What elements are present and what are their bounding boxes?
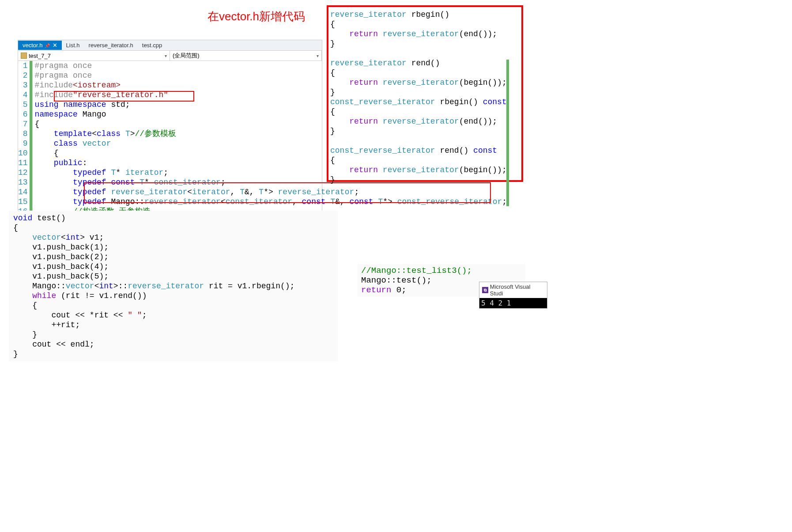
- tab-vector-h[interactable]: vector.h📌✕: [18, 41, 62, 50]
- code-line: reverse_iterator rbegin(): [330, 10, 520, 19]
- chevron-down-icon: ▾: [165, 53, 167, 58]
- line-number: 6: [18, 109, 28, 119]
- code-line: [330, 49, 520, 58]
- code-line: reverse_iterator rend(): [330, 58, 520, 68]
- scope-dropdown[interactable]: test_7_7 ▾: [18, 51, 170, 60]
- code-line: while (rit != v1.rend()): [13, 291, 333, 301]
- line-number: 10: [18, 148, 28, 158]
- line-number: 1: [18, 61, 28, 71]
- tab-reverse-iterator-h[interactable]: reverse_iterator.h: [84, 41, 138, 50]
- line-number: 14: [18, 187, 28, 197]
- code-line: const_reverse_iterator rend() const: [330, 146, 520, 155]
- console-output: 5 4 2 1: [479, 298, 547, 308]
- code-line: ++rit;: [13, 320, 333, 330]
- code-line: }: [330, 175, 520, 185]
- annotation-text: 在vector.h新增代码: [207, 9, 305, 24]
- code-line: {: [330, 68, 520, 78]
- pin-icon: 📌: [45, 43, 50, 48]
- code-line: {: [13, 223, 333, 233]
- project-icon: [21, 53, 27, 59]
- code-line: cout << *rit << " ";: [13, 310, 333, 320]
- code-line: {: [330, 107, 520, 117]
- vs-titlebar: ⧉ Microsoft Visual Studi: [479, 282, 547, 298]
- close-icon[interactable]: ✕: [53, 42, 57, 49]
- tab-bar: vector.h📌✕ List.h reverse_iterator.h tes…: [18, 40, 322, 51]
- line-number: 3: [18, 80, 28, 90]
- code-line: return reverse_iterator(end());: [330, 117, 520, 126]
- code-line: }: [330, 87, 520, 97]
- code-line: [330, 136, 520, 146]
- code-line: v1.push_back(4);: [13, 262, 333, 272]
- line-number: 9: [18, 139, 28, 148]
- code-line: }: [13, 330, 333, 340]
- code-line: return reverse_iterator(begin());: [330, 78, 520, 87]
- line-number: 5: [18, 100, 28, 109]
- code-line: }: [13, 349, 333, 359]
- line-number: 8: [18, 129, 28, 139]
- code-line: v1.push_back(1);: [13, 242, 333, 252]
- line-number: 7: [18, 119, 28, 129]
- line-number: 15: [18, 197, 28, 207]
- change-indicator: [30, 61, 32, 216]
- code-line: Mango::vector<int>::reverse_iterator rit…: [13, 281, 333, 291]
- line-number: 4: [18, 90, 28, 100]
- code-line: const_reverse_iterator rbegin() const: [330, 97, 520, 107]
- code-line: {: [330, 19, 520, 29]
- code-line: {: [330, 155, 520, 165]
- code-line: vector<int> v1;: [13, 233, 333, 242]
- code-line: }: [330, 39, 520, 49]
- highlight-box-typedefs: [84, 182, 491, 203]
- right-code-block: reverse_iterator rbegin(){ return revers…: [327, 5, 523, 182]
- vs-icon: ⧉: [482, 287, 488, 293]
- line-number: 12: [18, 168, 28, 177]
- change-indicator: [506, 60, 509, 206]
- code-line: return reverse_iterator(end());: [330, 29, 520, 39]
- context-dropdown[interactable]: (全局范围) ▾: [170, 51, 322, 60]
- line-number: 13: [18, 177, 28, 187]
- code-line: cout << endl;: [13, 340, 333, 349]
- vs-output-window: ⧉ Microsoft Visual Studi 5 4 2 1: [479, 282, 547, 309]
- code-line: }: [330, 126, 520, 136]
- nav-dropdowns: test_7_7 ▾ (全局范围) ▾: [18, 51, 322, 61]
- tab-list-h[interactable]: List.h: [62, 41, 84, 50]
- line-number: 2: [18, 71, 28, 80]
- tab-test-cpp[interactable]: test.cpp: [138, 41, 167, 50]
- code-line: {: [13, 301, 333, 310]
- code-line: //Mango::test_list3();: [361, 266, 522, 275]
- code-line: return reverse_iterator(begin());: [330, 165, 520, 175]
- line-gutter: 12345678910111213141516: [18, 61, 33, 216]
- code-line: v1.push_back(5);: [13, 272, 333, 281]
- code-line: void test(): [13, 213, 333, 223]
- code-line: v1.push_back(2);: [13, 252, 333, 262]
- test-code-block: void test(){ vector<int> v1; v1.push_bac…: [9, 211, 338, 362]
- line-number: 11: [18, 158, 28, 168]
- highlight-box-include: [54, 91, 194, 102]
- chevron-down-icon: ▾: [317, 53, 319, 58]
